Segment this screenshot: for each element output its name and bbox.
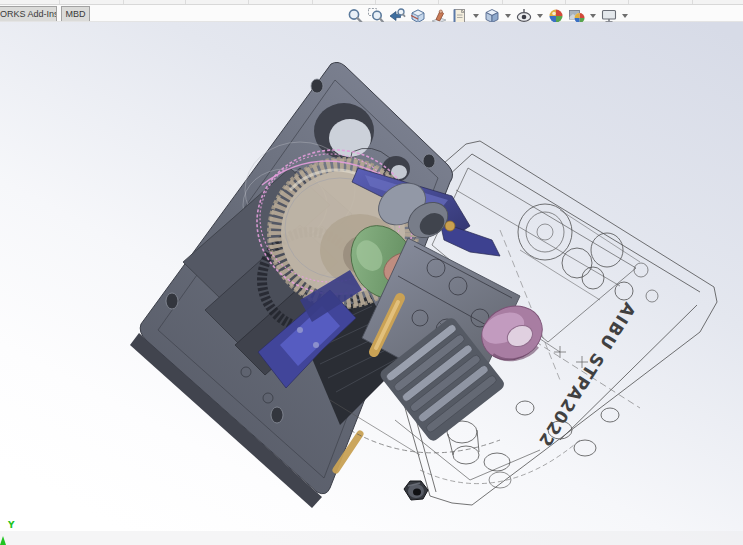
dropdown-caret[interactable] (622, 14, 628, 18)
model-canvas: AIBU STPA2022 (0, 22, 743, 545)
ribbon-separator (628, 0, 629, 4)
ribbon-separator (375, 0, 376, 4)
dropdown-caret[interactable] (590, 14, 596, 18)
dropdown-caret[interactable] (473, 14, 479, 18)
ribbon-separator (565, 0, 566, 4)
tab-mbd[interactable]: MBD (61, 6, 90, 21)
dropdown-caret[interactable] (537, 14, 543, 18)
tab-solidworks-add-ins[interactable]: ORKS Add-Ins (0, 6, 57, 21)
ribbon-separator (438, 0, 439, 4)
ribbon-separator (185, 0, 186, 4)
ribbon-separator (123, 0, 124, 4)
ribbon-separator (248, 0, 249, 4)
triad-y-label: Y (7, 520, 15, 530)
graphics-area[interactable]: AIBU STPA2022 (0, 22, 743, 545)
solidworks-window: ORKS Add-Ins MBD (0, 0, 743, 545)
ribbon-separator (502, 0, 503, 4)
floor-shade (0, 531, 743, 545)
ribbon-separator (312, 0, 313, 4)
ribbon-separator (692, 0, 693, 4)
ribbon-separator (59, 0, 60, 4)
dropdown-caret[interactable] (505, 14, 511, 18)
